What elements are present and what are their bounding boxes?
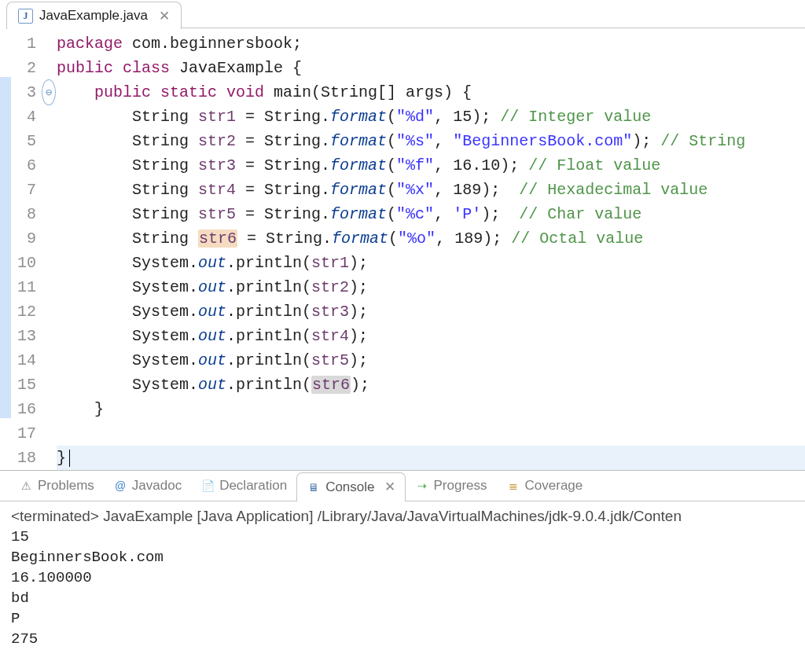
line-number: 14 [11, 348, 36, 373]
code-area[interactable]: package com.beginnersbook;public class J… [57, 28, 805, 470]
line-number: 9 [11, 226, 36, 251]
line-number: 15 [11, 373, 36, 397]
close-icon[interactable]: ✕ [159, 8, 170, 24]
tab-coverage[interactable]: ≣ Coverage [497, 473, 593, 498]
line-number: 17 [11, 421, 36, 446]
editor-tab-label: JavaExample.java [39, 8, 148, 24]
fold-gutter: ⊖ [41, 28, 57, 470]
code-line[interactable]: public static void main(String[] args) { [57, 80, 805, 105]
java-file-icon: J [18, 9, 33, 24]
editor-tabbar: J JavaExample.java ✕ [0, 0, 805, 28]
code-line[interactable]: System.out.println(str1); [57, 251, 805, 275]
editor-tab-javaexample[interactable]: J JavaExample.java ✕ [6, 2, 182, 29]
console-body[interactable]: <terminated> JavaExample [Java Applicati… [0, 501, 805, 672]
line-number-gutter: 123456789101112131415161718 [11, 28, 41, 470]
problems-icon: ⚠ [19, 479, 33, 493]
code-line[interactable]: package com.beginnersbook; [57, 31, 805, 56]
declaration-icon: 📄 [200, 479, 215, 493]
tab-label: Console [325, 479, 374, 495]
code-line[interactable]: String str2 = String.format("%s", "Begin… [57, 129, 805, 153]
line-number: 4 [11, 105, 36, 129]
line-number: 11 [11, 275, 36, 299]
tab-label: Problems [38, 478, 94, 494]
editor-pane: J JavaExample.java ✕ 1234567891011121314… [0, 0, 805, 471]
line-number: 18 [11, 446, 36, 470]
tab-declaration[interactable]: 📄 Declaration [191, 473, 296, 498]
line-number: 8 [11, 202, 36, 226]
console-output: 15 BeginnersBook.com 16.100000 bd P 275 [11, 527, 797, 649]
tab-label: Progress [434, 478, 487, 494]
close-icon[interactable]: ✕ [384, 479, 395, 495]
bottom-pane: ⚠ Problems @ Javadoc 📄 Declaration 🖥 Con… [0, 471, 805, 672]
code-line[interactable]: System.out.println(str6); [57, 373, 805, 397]
code-line[interactable]: System.out.println(str2); [57, 275, 805, 299]
tab-console[interactable]: 🖥 Console ✕ [296, 472, 405, 501]
code-line[interactable]: String str5 = String.format("%c", 'P'); … [57, 202, 805, 226]
console-icon: 🖥 [307, 480, 321, 494]
console-status: <terminated> JavaExample [Java Applicati… [11, 506, 797, 527]
javadoc-icon: @ [113, 479, 127, 493]
line-number: 6 [11, 153, 36, 178]
fold-collapse-icon[interactable]: ⊖ [42, 79, 56, 105]
code-line[interactable]: String str3 = String.format("%f", 16.10)… [57, 153, 805, 178]
line-number: 12 [11, 299, 36, 324]
line-number: 3 [11, 80, 36, 105]
coverage-icon: ≣ [506, 479, 520, 493]
code-line[interactable]: System.out.println(str5); [57, 348, 805, 373]
code-line[interactable]: public class JavaExample { [57, 56, 805, 80]
line-number: 16 [11, 397, 36, 421]
line-number: 7 [11, 178, 36, 202]
line-number: 5 [11, 129, 36, 153]
code-line[interactable]: String str1 = String.format("%d", 15); /… [57, 105, 805, 129]
tab-problems[interactable]: ⚠ Problems [9, 473, 104, 498]
progress-icon: ⇢ [415, 479, 429, 493]
code-line[interactable]: System.out.println(str4); [57, 324, 805, 348]
line-number: 2 [11, 56, 36, 80]
code-line[interactable] [57, 421, 805, 446]
code-editor[interactable]: 123456789101112131415161718 ⊖ package co… [0, 28, 805, 470]
tab-label: Declaration [219, 478, 287, 494]
code-line[interactable]: } [57, 446, 805, 470]
tab-label: Javadoc [132, 478, 182, 494]
code-line[interactable]: String str6 = String.format("%o", 189); … [57, 226, 805, 251]
code-line[interactable]: System.out.println(str3); [57, 299, 805, 324]
line-number: 13 [11, 324, 36, 348]
code-line[interactable]: } [57, 397, 805, 421]
tab-label: Coverage [525, 478, 583, 494]
marker-stripe [0, 28, 11, 470]
line-number: 1 [11, 31, 36, 56]
code-line[interactable]: String str4 = String.format("%x", 189); … [57, 178, 805, 202]
line-number: 10 [11, 251, 36, 275]
editor-tabbar-empty [182, 1, 805, 28]
tab-javadoc[interactable]: @ Javadoc [104, 473, 191, 498]
tab-progress[interactable]: ⇢ Progress [406, 473, 497, 498]
views-tabbar: ⚠ Problems @ Javadoc 📄 Declaration 🖥 Con… [0, 471, 805, 501]
